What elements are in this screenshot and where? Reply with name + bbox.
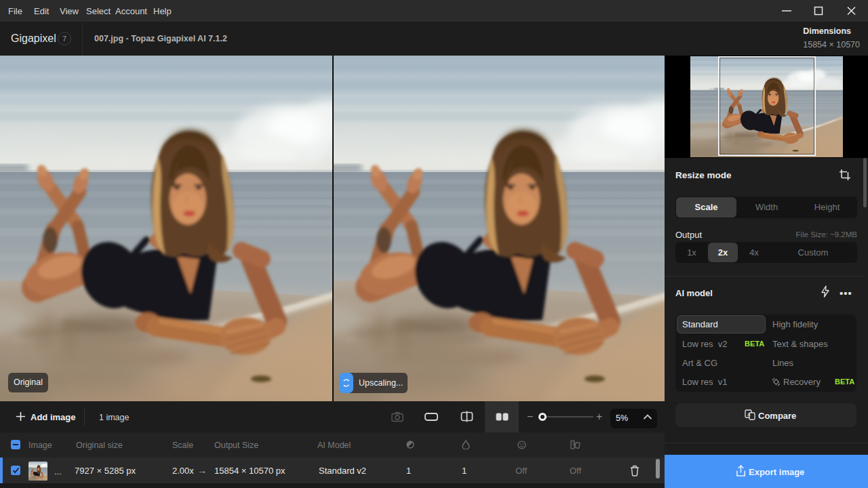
svg-text:A: A	[747, 412, 751, 417]
